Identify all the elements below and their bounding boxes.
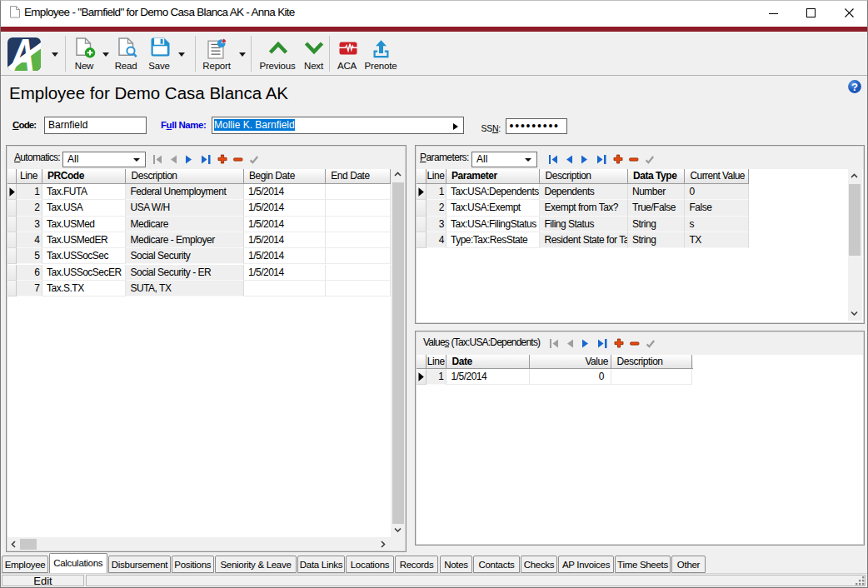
svg-text:?: ?	[851, 81, 858, 93]
svg-text:A: A	[9, 37, 35, 71]
